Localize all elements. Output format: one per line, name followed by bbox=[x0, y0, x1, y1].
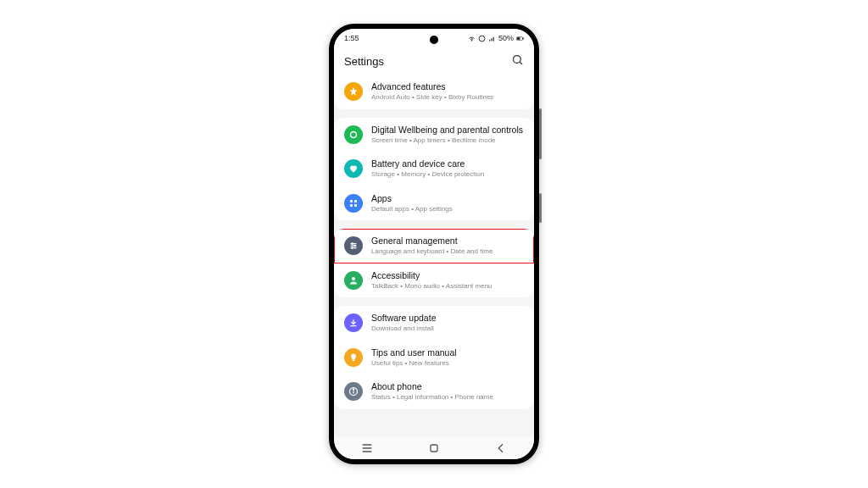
phone-screen: 1:55 50% Settings Advanced featuresAndro… bbox=[334, 29, 534, 459]
settings-item-subtitle: Status • Legal information • Phone name bbox=[371, 393, 524, 402]
page-title: Settings bbox=[344, 55, 384, 68]
battery-text: 50% bbox=[498, 34, 514, 42]
settings-item-accessibility[interactable]: AccessibilityTalkBack • Mono audio • Ass… bbox=[334, 263, 534, 298]
settings-item-text: Tips and user manualUseful tips • New fe… bbox=[371, 347, 524, 369]
tips-icon bbox=[344, 348, 363, 367]
settings-item-title: Battery and device care bbox=[371, 158, 524, 169]
svg-point-1 bbox=[479, 36, 485, 42]
svg-rect-27 bbox=[431, 445, 437, 452]
battery-icon bbox=[516, 35, 524, 42]
battery-care-icon bbox=[344, 159, 363, 178]
accessibility-icon bbox=[344, 271, 363, 290]
search-button[interactable] bbox=[511, 53, 524, 69]
status-icons: 50% bbox=[468, 34, 524, 42]
nav-recents[interactable] bbox=[360, 441, 374, 455]
phone-frame: 1:55 50% Settings Advanced featuresAndro… bbox=[329, 24, 539, 464]
svg-rect-10 bbox=[350, 204, 353, 207]
volume-button bbox=[539, 108, 542, 159]
settings-item-subtitle: Android Auto • Side key • Bixby Routines bbox=[371, 93, 524, 102]
settings-item-apps[interactable]: AppsDefault apps • App settings bbox=[334, 186, 534, 221]
status-time: 1:55 bbox=[344, 34, 359, 42]
svg-point-16 bbox=[354, 246, 356, 247]
digital-wellbeing-icon bbox=[344, 125, 363, 144]
settings-item-text: About phoneStatus • Legal information • … bbox=[371, 381, 524, 402]
svg-rect-3 bbox=[523, 37, 524, 39]
settings-item-advanced-features[interactable]: Advanced featuresAndroid Auto • Side key… bbox=[334, 75, 534, 109]
svg-rect-8 bbox=[350, 200, 353, 202]
settings-item-text: Advanced featuresAndroid Auto • Side key… bbox=[371, 81, 524, 103]
wifi-icon bbox=[468, 35, 476, 42]
apps-icon bbox=[344, 194, 363, 213]
settings-item-about-phone[interactable]: About phoneStatus • Legal information • … bbox=[334, 374, 534, 409]
svg-rect-11 bbox=[354, 204, 357, 207]
svg-point-5 bbox=[514, 55, 521, 63]
power-button bbox=[539, 193, 542, 223]
svg-line-6 bbox=[520, 62, 522, 64]
settings-item-title: Apps bbox=[371, 193, 524, 204]
settings-item-text: AccessibilityTalkBack • Mono audio • Ass… bbox=[371, 270, 524, 291]
settings-item-subtitle: TalkBack • Mono audio • Assistant menu bbox=[371, 282, 524, 291]
svg-rect-4 bbox=[517, 37, 520, 39]
settings-item-subtitle: Useful tips • New features bbox=[371, 359, 524, 368]
settings-item-battery-care[interactable]: Battery and device careStorage • Memory … bbox=[334, 152, 534, 186]
settings-item-title: General management bbox=[371, 236, 524, 247]
settings-item-digital-wellbeing[interactable]: Digital Wellbeing and parental controlsS… bbox=[334, 118, 534, 152]
settings-group: Advanced featuresAndroid Auto • Side key… bbox=[334, 75, 534, 109]
signal-icon bbox=[488, 35, 496, 42]
settings-item-text: General managementLanguage and keyboard … bbox=[371, 236, 524, 257]
stage: 1:55 50% Settings Advanced featuresAndro… bbox=[0, 0, 868, 488]
settings-item-subtitle: Storage • Memory • Device protection bbox=[371, 170, 524, 179]
settings-item-title: Digital Wellbeing and parental controls bbox=[371, 125, 524, 136]
settings-item-text: Digital Wellbeing and parental controlsS… bbox=[371, 125, 524, 146]
settings-item-title: Software update bbox=[371, 313, 524, 324]
svg-point-23 bbox=[353, 390, 353, 391]
settings-item-text: Software updateDownload and install bbox=[371, 313, 524, 334]
svg-rect-9 bbox=[354, 200, 357, 202]
settings-item-title: Tips and user manual bbox=[371, 347, 524, 358]
settings-item-general-management[interactable]: General managementLanguage and keyboard … bbox=[334, 229, 534, 263]
settings-list[interactable]: Advanced featuresAndroid Auto • Side key… bbox=[334, 75, 534, 437]
settings-group: General managementLanguage and keyboard … bbox=[334, 229, 534, 297]
settings-group: Software updateDownload and installTips … bbox=[334, 306, 534, 409]
app-header: Settings bbox=[334, 47, 534, 75]
svg-point-18 bbox=[352, 277, 355, 280]
settings-item-software-update[interactable]: Software updateDownload and install bbox=[334, 306, 534, 341]
about-phone-icon bbox=[344, 382, 363, 401]
settings-item-title: Advanced features bbox=[371, 81, 524, 92]
svg-point-7 bbox=[351, 131, 357, 137]
settings-item-text: Battery and device careStorage • Memory … bbox=[371, 158, 524, 180]
nav-home[interactable] bbox=[427, 441, 441, 455]
settings-item-tips[interactable]: Tips and user manualUseful tips • New fe… bbox=[334, 341, 534, 375]
settings-item-subtitle: Default apps • App settings bbox=[371, 205, 524, 214]
svg-point-0 bbox=[471, 40, 472, 41]
settings-group: Digital Wellbeing and parental controlsS… bbox=[334, 118, 534, 221]
advanced-features-icon bbox=[344, 82, 363, 101]
settings-item-subtitle: Screen time • App timers • Bedtime mode bbox=[371, 136, 524, 145]
nav-back[interactable] bbox=[494, 441, 508, 455]
settings-item-title: Accessibility bbox=[371, 270, 524, 281]
general-management-icon bbox=[344, 236, 363, 255]
settings-item-text: AppsDefault apps • App settings bbox=[371, 193, 524, 214]
software-update-icon bbox=[344, 313, 363, 332]
settings-item-title: About phone bbox=[371, 381, 524, 392]
settings-item-subtitle: Download and install bbox=[371, 324, 524, 333]
svg-point-17 bbox=[352, 247, 353, 249]
settings-item-subtitle: Language and keyboard • Date and time bbox=[371, 247, 524, 256]
search-icon bbox=[511, 53, 524, 66]
svg-point-15 bbox=[352, 243, 353, 245]
android-navbar bbox=[334, 437, 534, 459]
camera-hole bbox=[430, 36, 438, 44]
svg-rect-20 bbox=[353, 360, 355, 361]
volte-icon bbox=[478, 35, 486, 42]
